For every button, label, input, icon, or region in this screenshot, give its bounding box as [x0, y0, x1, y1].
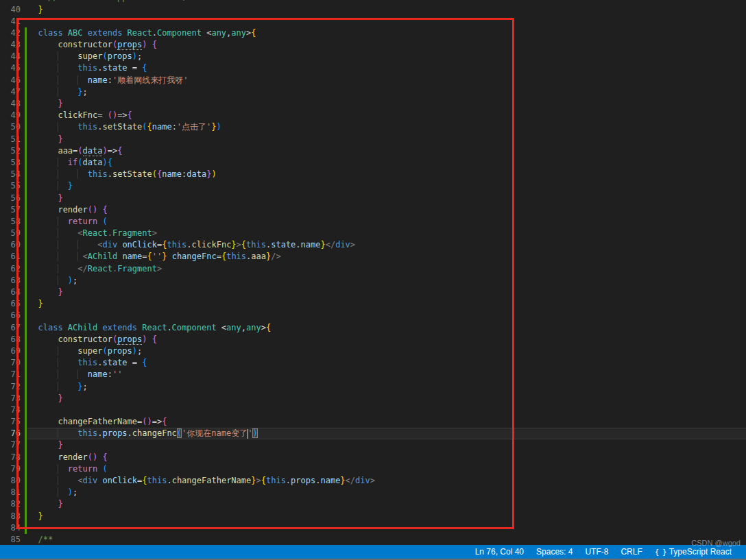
line-number[interactable]: 83: [0, 511, 21, 522]
line-number[interactable]: 45: [0, 62, 21, 74]
code-line-50[interactable]: 50 this.setState({name:'点击了'}): [0, 121, 746, 133]
code-line-76[interactable]: 76 this.props.changeFnc('你现在name变了'): [0, 428, 746, 439]
encoding-indicator[interactable]: UTF-8: [579, 547, 614, 557]
line-number[interactable]: 65: [0, 298, 21, 310]
line-number[interactable]: 60: [0, 239, 21, 251]
line-number[interactable]: 70: [0, 357, 21, 369]
code-line-66[interactable]: 66: [0, 310, 746, 321]
code-line-44[interactable]: 44 super(props);: [0, 51, 746, 62]
code-line-42[interactable]: 42class ABC extends React.Component <any…: [0, 27, 746, 39]
line-number[interactable]: 53: [0, 157, 21, 169]
code-line-48[interactable]: 48 }: [0, 98, 746, 110]
line-number[interactable]: 51: [0, 134, 21, 145]
line-number[interactable]: 76: [0, 428, 21, 439]
line-number[interactable]: 74: [0, 404, 21, 416]
code-line-63[interactable]: 63 );: [0, 275, 746, 287]
code-line-61[interactable]: 61 <AChild name={''} changeFnc={this.aaa…: [0, 251, 746, 263]
code-line-85[interactable]: 85/**: [0, 534, 746, 546]
line-number[interactable]: 57: [0, 204, 21, 216]
line-number[interactable]: 66: [0, 310, 21, 321]
code-line-79[interactable]: 79 return (: [0, 463, 746, 475]
code-line-60[interactable]: 60 <div onClick={this.clickFnc}>{this.st…: [0, 239, 746, 251]
line-number[interactable]: 48: [0, 98, 21, 110]
language-mode-indicator[interactable]: { } TypeScript React: [649, 547, 738, 557]
line-number[interactable]: 41: [0, 16, 21, 27]
code-line-72[interactable]: 72 };: [0, 381, 746, 393]
code-line-68[interactable]: 68 constructor(props) {: [0, 334, 746, 345]
line-number[interactable]: 68: [0, 334, 21, 345]
code-line-71[interactable]: 71 name:'': [0, 369, 746, 380]
line-number[interactable]: 77: [0, 439, 21, 451]
line-number[interactable]: 59: [0, 228, 21, 239]
code-line-46[interactable]: 46 name:'顺着网线来打我呀': [0, 75, 746, 86]
code-line-69[interactable]: 69 super(props);: [0, 345, 746, 357]
code-line-70[interactable]: 70 this.state = {: [0, 357, 746, 369]
code-line-64[interactable]: 64 }: [0, 287, 746, 298]
line-number[interactable]: 84: [0, 522, 21, 534]
code-line-78[interactable]: 78 render() {: [0, 452, 746, 463]
line-number[interactable]: 50: [0, 121, 21, 133]
line-number[interactable]: 54: [0, 169, 21, 180]
code-line-82[interactable]: 82 }: [0, 498, 746, 510]
line-number[interactable]: 75: [0, 416, 21, 428]
code-line-59[interactable]: 59 <React.Fragment>: [0, 228, 746, 239]
code-line-77[interactable]: 77 }: [0, 439, 746, 451]
line-number[interactable]: 62: [0, 263, 21, 275]
line-number[interactable]: 44: [0, 51, 21, 62]
line-number[interactable]: 82: [0, 498, 21, 510]
code-line-56[interactable]: 56 }: [0, 193, 746, 204]
code-text: }: [27, 298, 43, 310]
line-number[interactable]: 71: [0, 369, 21, 380]
line-number[interactable]: 63: [0, 275, 21, 287]
code-line-81[interactable]: 81 );: [0, 487, 746, 498]
line-number[interactable]: 43: [0, 39, 21, 51]
code-line-52[interactable]: 52 aaa=(data)=>{: [0, 145, 746, 157]
line-number[interactable]: 55: [0, 180, 21, 192]
line-number[interactable]: 40: [0, 4, 21, 16]
code-line-45[interactable]: 45 this.state = {: [0, 62, 746, 74]
code-line-55[interactable]: 55 }: [0, 180, 746, 192]
code-line-43[interactable]: 43 constructor(props) {: [0, 39, 746, 51]
line-number[interactable]: 42: [0, 27, 21, 39]
code-line-73[interactable]: 73 }: [0, 393, 746, 404]
line-number[interactable]: 58: [0, 216, 21, 228]
code-line-40[interactable]: 40}: [0, 4, 746, 16]
code-line-49[interactable]: 49 clickFnc= ()=>{: [0, 110, 746, 121]
line-number[interactable]: 61: [0, 251, 21, 263]
code-line-62[interactable]: 62 </React.Fragment>: [0, 263, 746, 275]
code-line-58[interactable]: 58 return (: [0, 216, 746, 228]
code-text: }: [27, 287, 63, 298]
line-number[interactable]: 52: [0, 145, 21, 157]
code-line-51[interactable]: 51 }: [0, 134, 746, 145]
code-line-74[interactable]: 74: [0, 404, 746, 416]
code-line-67[interactable]: 67class AChild extends React.Component <…: [0, 322, 746, 334]
line-number[interactable]: 73: [0, 393, 21, 404]
code-line-53[interactable]: 53 if(data){: [0, 157, 746, 169]
code-line-57[interactable]: 57 render() {: [0, 204, 746, 216]
code-line-54[interactable]: 54 this.setState({name:data}): [0, 169, 746, 180]
code-line-41[interactable]: 41: [0, 16, 746, 27]
line-number[interactable]: 81: [0, 487, 21, 498]
code-line-83[interactable]: 83}: [0, 511, 746, 522]
line-number[interactable]: 67: [0, 322, 21, 334]
line-number[interactable]: 72: [0, 381, 21, 393]
code-editor[interactable]: // forUti in appearofModule)40}4142class…: [0, 0, 746, 546]
cursor-position-indicator[interactable]: Ln 76, Col 40: [469, 547, 530, 557]
code-line-75[interactable]: 75 changeFatherName=()=>{: [0, 416, 746, 428]
code-line-84[interactable]: 84: [0, 522, 746, 534]
line-number[interactable]: 69: [0, 345, 21, 357]
line-number[interactable]: 64: [0, 287, 21, 298]
code-line-80[interactable]: 80 <div onClick={this.changeFatherName}>…: [0, 475, 746, 487]
indentation-indicator[interactable]: Spaces: 4: [530, 547, 579, 557]
line-number[interactable]: 46: [0, 75, 21, 86]
line-number[interactable]: 80: [0, 475, 21, 487]
line-number[interactable]: 47: [0, 86, 21, 98]
eol-indicator[interactable]: CRLF: [614, 547, 648, 557]
line-number[interactable]: 78: [0, 452, 21, 463]
code-line-47[interactable]: 47 };: [0, 86, 746, 98]
line-number[interactable]: 85: [0, 534, 21, 546]
line-number[interactable]: 56: [0, 193, 21, 204]
code-line-65[interactable]: 65}: [0, 298, 746, 310]
line-number[interactable]: 79: [0, 463, 21, 475]
line-number[interactable]: 49: [0, 110, 21, 121]
